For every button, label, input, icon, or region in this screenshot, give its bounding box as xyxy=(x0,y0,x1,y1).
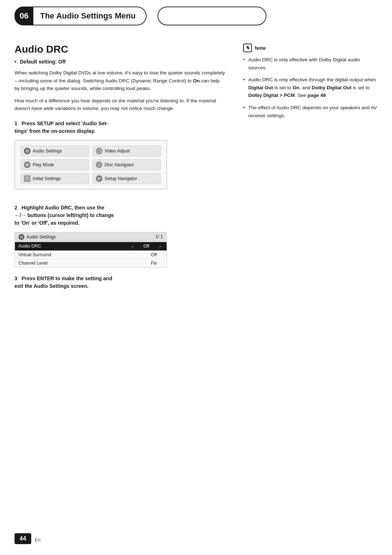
menu-item-initial-settings: Initial Settings xyxy=(21,173,89,184)
menu-label-video-adjust: Video Adjust xyxy=(105,148,130,154)
audio-drc-value: Off xyxy=(137,244,155,249)
setup-icon xyxy=(96,175,102,182)
page-language: En xyxy=(35,537,41,544)
default-setting-value: Off xyxy=(58,59,66,65)
step2-heading: 2 Highlight Audio DRC, then use the←/→ b… xyxy=(15,204,225,227)
menu-item-setup-navigator: Setup Navigator xyxy=(93,173,161,184)
body-paragraph-1: When watching Dolby Digital DVDs at low … xyxy=(15,69,225,93)
chapter-title: The Audio Settings Menu xyxy=(33,7,146,25)
svg-rect-8 xyxy=(97,177,101,178)
audio-table-title: Audio Settings xyxy=(26,234,56,240)
body-paragraph-2: How much of a difference you hear depend… xyxy=(15,97,225,113)
audio-table-header: Audio Settings 1/ 1 xyxy=(15,232,167,242)
audio-settings-table: Audio Settings 1/ 1 Audio DRC ◄ Off ► Vi… xyxy=(15,232,167,268)
main-content: Audio DRC • Default setting: Off When wa… xyxy=(0,29,392,294)
play-icon xyxy=(24,162,30,168)
virtual-surround-value: Off xyxy=(145,252,163,257)
left-arrow-icon: ◄ xyxy=(130,244,134,249)
right-arrow-icon: ► xyxy=(158,244,163,249)
svg-rect-10 xyxy=(97,180,99,180)
disc-icon xyxy=(96,162,102,168)
svg-marker-4 xyxy=(26,164,29,166)
note-list: Audio DRC is only effective with Dolby D… xyxy=(243,56,377,119)
menu-label-disc-navigator: Disc Navigator xyxy=(105,162,134,167)
step3-heading: 3 Press ENTER to make the setting andexi… xyxy=(15,275,225,290)
right-column: ✎ Note Audio DRC is only effective with … xyxy=(240,44,377,294)
section-title: Audio DRC xyxy=(15,44,225,55)
svg-rect-1 xyxy=(97,150,100,152)
note-box: ✎ Note Audio DRC is only effective with … xyxy=(243,44,377,119)
menu-item-disc-navigator: Disc Navigator xyxy=(93,159,161,170)
channel-level-value: Fix xyxy=(145,261,163,266)
initial-icon xyxy=(24,175,30,182)
audio-drc-label: Audio DRC xyxy=(19,244,130,249)
svg-rect-9 xyxy=(97,179,101,179)
note-item-3: The effect of Audio DRC depends on your … xyxy=(243,104,377,119)
svg-point-6 xyxy=(99,164,100,165)
svg-marker-2 xyxy=(101,150,101,152)
page-header: 06 The Audio Settings Menu xyxy=(0,0,392,29)
note-icon: ✎ xyxy=(243,44,252,52)
default-setting: • Default setting: Off xyxy=(15,59,225,65)
gear-icon xyxy=(24,148,30,154)
menu-item-audio-settings: Audio Settings xyxy=(21,146,89,156)
menu-label-play-mode: Play Mode xyxy=(33,162,54,167)
default-setting-prefix: Default setting: xyxy=(20,59,57,65)
virtual-surround-row: Virtual Surround Off xyxy=(15,251,167,259)
menu-grid: Audio Settings Video Adjust Play Mode xyxy=(21,146,161,184)
audio-drc-row: Audio DRC ◄ Off ► xyxy=(15,242,167,251)
channel-level-label: Channel Level xyxy=(19,261,145,266)
menu-label-initial-settings: Initial Settings xyxy=(33,176,61,181)
audio-settings-icon xyxy=(19,234,24,240)
step1-heading: 1 Press SETUP and select 'Audio Set-ting… xyxy=(15,120,225,135)
menu-item-play-mode: Play Mode xyxy=(21,159,89,170)
menu-label-audio-settings: Audio Settings xyxy=(33,148,62,154)
note-item-2: Audio DRC is only effective through the … xyxy=(243,76,377,99)
virtual-surround-label: Virtual Surround xyxy=(19,252,145,257)
svg-point-0 xyxy=(26,150,28,152)
audio-table-header-label: Audio Settings xyxy=(19,234,56,240)
note-title: Note xyxy=(255,45,266,51)
video-icon xyxy=(96,148,102,154)
page-footer: 44 En xyxy=(0,533,392,544)
menu-label-setup-navigator: Setup Navigator xyxy=(105,176,137,181)
svg-point-7 xyxy=(25,177,29,180)
note-item-1: Audio DRC is only effective with Dolby D… xyxy=(243,56,377,72)
menu-item-video-adjust: Video Adjust xyxy=(93,146,161,156)
left-column: Audio DRC • Default setting: Off When wa… xyxy=(15,44,240,294)
menu-screenshot-box: Audio Settings Video Adjust Play Mode xyxy=(15,140,167,189)
header-right-pill xyxy=(158,7,266,25)
page-number: 44 xyxy=(15,533,31,544)
channel-level-row: Channel Level Fix xyxy=(15,259,167,267)
chapter-number: 06 xyxy=(15,7,33,25)
note-header: ✎ Note xyxy=(243,44,377,52)
audio-table-page: 1/ 1 xyxy=(155,234,163,240)
